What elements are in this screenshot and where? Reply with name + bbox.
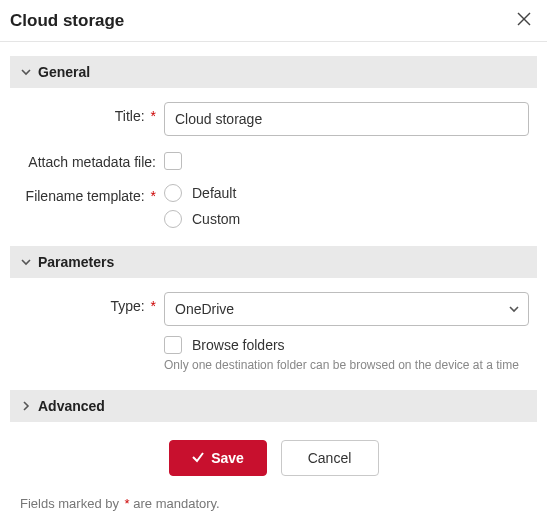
- radio-icon: [164, 184, 182, 202]
- row-attach-metadata: Attach metadata file:: [18, 148, 529, 170]
- cancel-button-label: Cancel: [308, 450, 352, 466]
- label-filename-template: Filename template: *: [18, 182, 164, 204]
- title-input[interactable]: [164, 102, 529, 136]
- section-body-general: Title: * Attach metadata file: Filename …: [10, 88, 537, 246]
- required-marker: *: [151, 108, 156, 124]
- label-attach-metadata: Attach metadata file:: [18, 148, 164, 170]
- section-title-parameters: Parameters: [38, 254, 114, 270]
- close-button[interactable]: [515, 10, 533, 31]
- cancel-button[interactable]: Cancel: [281, 440, 379, 476]
- required-marker: *: [151, 188, 156, 204]
- type-select-value: OneDrive: [175, 301, 234, 317]
- chevron-down-icon: [20, 256, 32, 268]
- save-button[interactable]: Save: [169, 440, 267, 476]
- mandatory-note: Fields marked by * are mandatory.: [10, 486, 537, 525]
- row-type: Type: * OneDrive Browse folders Only one: [18, 292, 529, 372]
- section-header-general[interactable]: General: [10, 56, 537, 88]
- close-icon: [517, 12, 531, 29]
- browse-folders-label: Browse folders: [192, 337, 285, 353]
- type-select[interactable]: OneDrive: [164, 292, 529, 326]
- dialog-content: General Title: * Attach metadata file:: [0, 42, 547, 527]
- check-icon: [191, 450, 205, 467]
- save-button-label: Save: [211, 450, 244, 466]
- radio-option-custom[interactable]: Custom: [164, 210, 529, 228]
- radio-label-custom: Custom: [192, 211, 240, 227]
- filename-template-radio-group: Default Custom: [164, 182, 529, 228]
- browse-folders-checkbox[interactable]: [164, 336, 182, 354]
- cloud-storage-dialog: Cloud storage General Title: *: [0, 0, 547, 527]
- section-body-parameters: Type: * OneDrive Browse folders Only one: [10, 278, 537, 390]
- radio-label-default: Default: [192, 185, 236, 201]
- section-header-advanced[interactable]: Advanced: [10, 390, 537, 422]
- label-title: Title: *: [18, 102, 164, 124]
- section-title-advanced: Advanced: [38, 398, 105, 414]
- required-marker: *: [151, 298, 156, 314]
- radio-option-default[interactable]: Default: [164, 184, 529, 202]
- dialog-title: Cloud storage: [10, 11, 124, 31]
- chevron-right-icon: [20, 400, 32, 412]
- row-title: Title: *: [18, 102, 529, 136]
- browse-folders-hint: Only one destination folder can be brows…: [164, 358, 529, 372]
- radio-icon: [164, 210, 182, 228]
- attach-metadata-checkbox[interactable]: [164, 152, 182, 170]
- chevron-down-icon: [20, 66, 32, 78]
- section-title-general: General: [38, 64, 90, 80]
- browse-folders-option[interactable]: Browse folders: [164, 336, 529, 354]
- chevron-down-icon: [508, 303, 520, 315]
- dialog-footer: Save Cancel: [10, 422, 537, 486]
- label-type: Type: *: [18, 292, 164, 314]
- section-header-parameters[interactable]: Parameters: [10, 246, 537, 278]
- row-filename-template: Filename template: * Default Custom: [18, 182, 529, 228]
- dialog-header: Cloud storage: [0, 0, 547, 42]
